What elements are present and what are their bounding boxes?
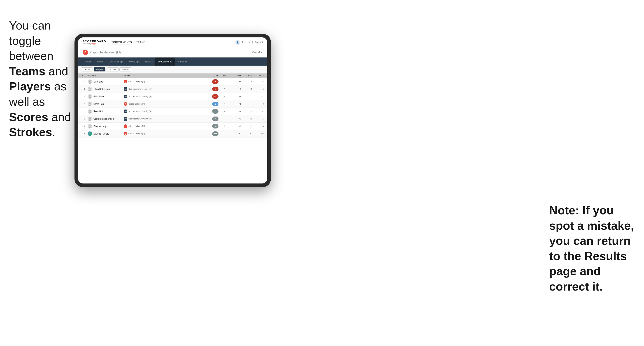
rd2-col: +5: [241, 88, 252, 90]
col-header-total: TOTAL: [203, 75, 218, 77]
tab-teams[interactable]: Teams: [94, 57, 106, 66]
player-name: Rees Britt: [94, 110, 104, 113]
player-avatar: [88, 94, 92, 99]
tab-results[interactable]: Results: [142, 57, 155, 66]
row-rank: 2: [82, 88, 88, 90]
nav-links: TOURNAMENTS TEAMS: [112, 40, 146, 44]
player-avatar: [88, 79, 92, 84]
svg-text:SU: SU: [124, 111, 127, 112]
score-badge: +6: [212, 117, 218, 121]
row-rank: 3: [82, 95, 88, 98]
team-cell: C Clippd College [A]: [124, 124, 203, 128]
table-row: 6 Cameron Robertson SU Scoreboard Univer…: [78, 115, 267, 123]
rd1-col: +1: [230, 110, 241, 113]
svg-point-22: [88, 120, 91, 121]
score-badge: +8: [212, 124, 218, 129]
thru-col: F: [218, 118, 230, 120]
score-badge: -4: [212, 87, 218, 91]
col-header-rd1: RD1: [230, 75, 241, 77]
svg-point-14: [88, 105, 91, 106]
team-name: Scoreboard University [A]: [128, 88, 152, 90]
col-header-rd2: RD2: [241, 75, 252, 77]
table-row: 3 Rich Butler SU Scoreboard University […: [78, 93, 267, 100]
player-cell: Cameron Robertson: [88, 117, 124, 121]
rd1-col: +5: [230, 118, 241, 120]
nav-link-tournaments[interactable]: TOURNAMENTS: [112, 40, 132, 44]
tab-tee-groups[interactable]: Tee Groups: [125, 57, 142, 66]
team-cell: C Clippd College [A]: [124, 132, 203, 136]
player-cell: Rees Britt: [88, 109, 124, 114]
svg-text:C: C: [125, 103, 126, 105]
tab-details[interactable]: Details: [82, 57, 94, 66]
player-name: Rich Butler: [94, 95, 104, 98]
thru-col: F: [218, 88, 230, 90]
player-avatar: [88, 87, 92, 91]
rd3-col: -1: [252, 118, 264, 120]
rd3-col: +6: [252, 125, 264, 127]
player-name: Marcus Turners: [94, 133, 109, 135]
score-badge: +1: [212, 109, 218, 114]
svg-point-5: [89, 87, 91, 89]
total-cell: +11: [203, 131, 218, 136]
rd3-col: E: [252, 110, 264, 113]
team-cell: SU Scoreboard University [A]: [124, 87, 203, 91]
score-badge: +11: [212, 131, 218, 136]
table-row: 2 Chris Robertson SU Scoreboard Universi…: [78, 85, 267, 93]
sub-nav: Details Teams Course Setup Tee Groups Re…: [78, 57, 267, 66]
tab-leaderboards[interactable]: Leaderboards: [155, 57, 175, 66]
nav-right: 👤 Test User | Sign out: [235, 40, 263, 45]
thru-col: F: [218, 133, 230, 135]
rd1-col: +3: [230, 80, 241, 83]
toggle-scores-button[interactable]: Scores: [107, 67, 118, 71]
rd1-col: +1: [230, 95, 241, 98]
score-badge: -2: [212, 94, 218, 99]
toggle-teams-button[interactable]: Teams: [82, 67, 93, 71]
rd2-col: E: [241, 110, 252, 113]
svg-text:SU: SU: [124, 96, 127, 97]
svg-text:SU: SU: [124, 88, 127, 90]
player-cell: 🏌️ Marcus Turners: [88, 131, 124, 136]
row-rank: 7: [82, 125, 88, 127]
player-avatar: [88, 102, 92, 106]
nav-link-teams[interactable]: TEAMS: [136, 40, 145, 44]
row-rank: 8: [82, 133, 88, 135]
player-cell: Elliot Ebert: [88, 79, 124, 84]
thru-col: F: [218, 103, 230, 105]
toggle-strokes-button[interactable]: Strokes: [120, 67, 131, 71]
total-cell: +1: [203, 109, 218, 114]
rd1-col: -5: [230, 88, 241, 90]
tournament-name: Clippd Invitational (Men): [90, 50, 124, 54]
team-name: Scoreboard University [A]: [128, 110, 152, 113]
col-header-thru: THRU: [218, 75, 230, 77]
svg-point-2: [88, 82, 91, 84]
svg-point-26: [88, 127, 91, 129]
player-name: Blair McHarg: [94, 125, 106, 128]
cancel-button[interactable]: Cancel ✕: [252, 51, 263, 54]
col-header-rank: #: [82, 75, 88, 77]
svg-point-17: [89, 110, 91, 112]
tournament-logo: C: [82, 50, 88, 55]
rd2-col: +1: [241, 125, 252, 127]
table-row: 5 Rees Britt SU Scoreboard University [A…: [78, 108, 267, 115]
sign-out-link[interactable]: Sign out: [254, 41, 263, 43]
team-name: Clippd College [A]: [128, 125, 145, 127]
player-avatar: [88, 109, 92, 114]
player-name: David Ford: [94, 103, 104, 105]
team-name: Scoreboard University [A]: [128, 95, 152, 98]
tab-course-setup[interactable]: Course Setup: [106, 57, 125, 66]
player-cell: David Ford: [88, 102, 124, 106]
svg-point-6: [88, 90, 91, 91]
rd1-col: +1: [230, 103, 241, 105]
rd2-col: -2: [241, 95, 252, 98]
rd3-col: -4: [252, 88, 264, 90]
rd1-col: +2: [230, 133, 241, 135]
player-avatar: 🏌️: [88, 131, 92, 136]
tab-printables[interactable]: Printables: [175, 57, 190, 66]
user-avatar: 👤: [235, 40, 240, 45]
table-header: # PLAYER TEAM TOTAL THRU RD1 RD2 RD3: [78, 73, 267, 78]
svg-point-25: [89, 125, 91, 127]
toggle-players-button[interactable]: Players: [94, 67, 106, 71]
logo-title: SCOREBOARD: [82, 40, 106, 43]
rd3-col: -5: [252, 80, 264, 83]
right-annotation: Note: If you spot a mistake, you can ret…: [549, 203, 635, 294]
